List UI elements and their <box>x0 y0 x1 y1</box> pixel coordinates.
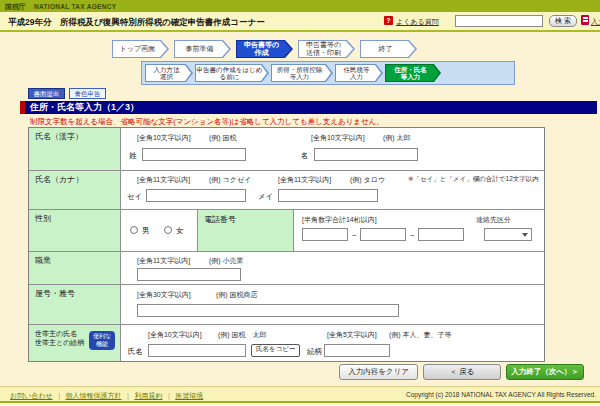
substep-address-name[interactable]: 住所・氏名 等入力 <box>385 64 441 82</box>
first-kana-label: メイ <box>258 192 273 202</box>
faq-link[interactable]: よくある質問 <box>396 17 439 27</box>
site-title: 平成29年分 所得税及び復興特別所得税の確定申告書作成コーナー <box>8 17 265 29</box>
trade-name-input[interactable] <box>137 304 399 317</box>
trade-name-example: (例) 国税商店 <box>216 290 258 300</box>
phone-part3-input[interactable] <box>418 228 464 241</box>
phone-separator: − <box>410 231 414 240</box>
occupation-example: (例) 小売業 <box>209 256 244 266</box>
contact-type-label: 連絡先区分 <box>476 215 511 225</box>
householder-name-label: 氏名 <box>128 347 143 357</box>
trade-name-label: 屋号・雅号 <box>29 285 121 324</box>
step-preparation[interactable]: 事前準備 <box>174 40 231 58</box>
page-title: 住所・氏名等入力（1／3） <box>25 101 597 114</box>
kana-hint-right: [全角11文字以内] <box>278 175 331 185</box>
householder-name-input[interactable] <box>148 344 246 357</box>
search-button[interactable]: 検 索 <box>549 15 577 27</box>
contact-link[interactable]: お問い合わせ <box>10 392 53 399</box>
female-label: 女 <box>176 226 184 236</box>
agency-topbar: 国税庁 NATIONAL TAX AGENCY <box>0 0 600 12</box>
question-icon: ? <box>384 16 393 25</box>
first-name-label: 名 <box>301 151 309 161</box>
kanji-hint-left: [全角10文字以内] <box>137 133 191 143</box>
footer-separator: ｜ <box>125 392 132 399</box>
environment-link[interactable]: 推奨環境 <box>175 392 203 399</box>
last-kana-input[interactable] <box>146 189 246 202</box>
next-button[interactable]: 入力終了（次へ）＞ <box>506 364 584 380</box>
agency-name-en: NATIONAL TAX AGENCY <box>34 3 116 10</box>
relation-input[interactable] <box>324 344 390 357</box>
input-example-link[interactable]: 入力例 <box>591 17 600 27</box>
terms-link[interactable]: 利用規約 <box>134 392 162 399</box>
substep-input-method[interactable]: 入力方法 選択 <box>145 64 193 82</box>
householder-hint-right: [全角5文字以内] <box>327 330 377 340</box>
row-trade-name: 屋号・雅号 [全角30文字以内] (例) 国税商店 <box>29 284 544 324</box>
phone-part1-input[interactable] <box>302 228 348 241</box>
last-name-input[interactable] <box>142 148 246 161</box>
substep-before-start[interactable]: 申告書の作成をはじめ る前に <box>195 64 269 82</box>
page-title-bar: 住所・氏名等入力（1／3） <box>20 101 597 114</box>
gender-label: 性別 <box>29 210 121 251</box>
kana-note: ※「セイ」と「メイ」欄の合計で12文字以内 <box>408 175 539 184</box>
contact-type-select[interactable] <box>484 228 532 241</box>
row-name-kana: 氏名（カナ） [全角11文字以内] (例) コクゼイ [全角11文字以内] (例… <box>29 170 544 209</box>
blue-return-badge[interactable]: 青色申告 <box>69 88 106 99</box>
substep-resident-tax[interactable]: 住民税等 入力 <box>335 64 383 82</box>
row-name-kanji: 氏名（漢字） [全角10文字以内] (例) 国税 [全角10文字以内] (例) … <box>29 128 544 170</box>
limit-note: 制限文字数を超える場合、省略可能な文字(マンション名等)は省略して入力しても差し… <box>30 117 384 127</box>
footer-separator: ｜ <box>165 392 172 399</box>
last-name-label: 姓 <box>129 151 137 161</box>
occupation-label: 職業 <box>29 252 121 284</box>
relation-label: 続柄 <box>307 347 322 357</box>
step-send-print[interactable]: 申告書等の 送信・印刷 <box>298 40 355 58</box>
step-top-screen[interactable]: トップ画面 <box>112 40 169 58</box>
clear-input-button[interactable]: 入力内容をクリア <box>339 364 418 380</box>
name-kana-label: 氏名（カナ） <box>29 171 121 209</box>
female-radio[interactable] <box>164 226 172 234</box>
main-step-nav: トップ画面 事前準備 申告書等の 作成 申告書等の 送信・印刷 終了 <box>112 40 417 58</box>
site-header: 平成29年分 所得税及び復興特別所得税の確定申告書作成コーナー ? よくある質問… <box>0 12 600 32</box>
address-name-form: 氏名（漢字） [全角10文字以内] (例) 国税 [全角10文字以内] (例) … <box>28 127 545 362</box>
male-label: 男 <box>142 226 150 236</box>
occupation-input[interactable] <box>137 268 241 281</box>
footer-separator: ｜ <box>56 392 63 399</box>
agency-name-ja: 国税庁 <box>5 2 26 12</box>
first-kana-input[interactable] <box>278 189 378 202</box>
sub-step-nav: 入力方法 選択 申告書の作成をはじめ る前に 所得・所得控除 等入力 住民税等 … <box>141 61 515 85</box>
substep-income-deduction[interactable]: 所得・所得控除 等入力 <box>271 64 333 82</box>
last-kana-label: セイ <box>127 192 142 202</box>
convenient-feature-badge: 便利な 機能 <box>89 331 115 350</box>
footer: お問い合わせ｜個人情報保護方針｜利用規約｜推奨環境 Copyright (c) … <box>0 386 600 401</box>
name-kanji-label: 氏名（漢字） <box>29 128 121 170</box>
copy-name-button[interactable]: 氏名をコピー <box>251 344 300 357</box>
input-example-icon <box>581 15 589 25</box>
householder-example-left: (例) 国税 太郎 <box>218 330 267 340</box>
kana-hint-left: [全角11文字以内] <box>137 175 190 185</box>
phone-separator: − <box>352 231 356 240</box>
back-button[interactable]: ＜ 戻る <box>423 364 501 380</box>
step-create-return[interactable]: 申告書等の 作成 <box>236 40 293 58</box>
kanji-hint-right: [全角10文字以内] <box>311 133 365 143</box>
trade-name-hint: [全角30文字以内] <box>137 290 191 300</box>
paper-submission-badge[interactable]: 書面提出 <box>28 88 65 99</box>
privacy-policy-link[interactable]: 個人情報保護方針 <box>66 392 122 399</box>
first-name-input[interactable] <box>314 148 418 161</box>
kana-example-right: (例) タロウ <box>350 175 385 185</box>
householder-example-right: (例) 本人、妻、子等 <box>389 330 452 340</box>
phone-part2-input[interactable] <box>360 228 406 241</box>
phone-hint: [半角数字合計14桁以内] <box>302 215 377 225</box>
kana-example-left: (例) コクゼイ <box>209 175 251 185</box>
kanji-example-left: (例) 国税 <box>209 133 237 143</box>
search-input[interactable] <box>455 15 543 27</box>
male-radio[interactable] <box>130 226 138 234</box>
step-finish[interactable]: 終了 <box>360 40 417 58</box>
kanji-example-right: (例) 太郎 <box>383 133 411 143</box>
phone-label: 電話番号 <box>198 210 294 251</box>
householder-hint-left: [全角10文字以内] <box>148 330 202 340</box>
copyright-text: Copyright (c) 2018 NATIONAL TAX AGENCY A… <box>406 391 596 398</box>
row-occupation: 職業 [全角11文字以内] (例) 小売業 <box>29 251 544 284</box>
occupation-hint: [全角11文字以内] <box>137 256 190 266</box>
row-gender-phone: 性別 男 女 電話番号 [半角数字合計14桁以内] − − 連絡先区分 <box>29 209 544 251</box>
